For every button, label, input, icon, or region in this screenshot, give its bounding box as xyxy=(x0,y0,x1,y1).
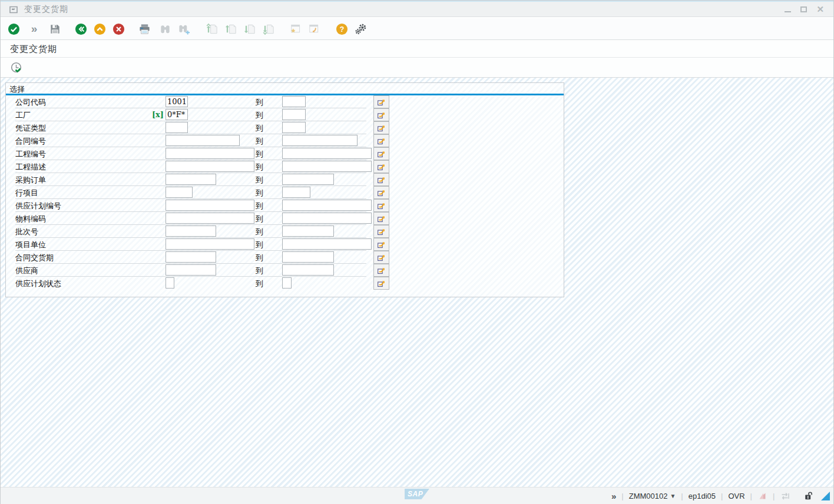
field-label: 供应商 xyxy=(15,266,38,276)
field-label: 采购订单 xyxy=(15,175,46,185)
from-input[interactable] xyxy=(166,96,188,107)
sap-gui-window: 变更交货期 ✕ » xyxy=(0,0,834,504)
to-input[interactable] xyxy=(282,109,306,120)
enter-check-icon[interactable] xyxy=(6,22,21,36)
execute-clock-check-icon[interactable] xyxy=(9,60,25,76)
to-input[interactable] xyxy=(282,277,292,289)
maximize-button[interactable] xyxy=(800,6,807,12)
selection-row: 工程描述 [x] 到 xyxy=(6,160,564,173)
system-name: ep1di05 xyxy=(689,492,716,500)
selection-row: 工厂 [x] 到 xyxy=(6,108,564,121)
field-label: 公司代码 xyxy=(15,97,46,108)
multiselect-button[interactable] xyxy=(373,264,389,277)
to-input[interactable] xyxy=(282,148,372,159)
favorites-star-icon xyxy=(287,22,302,36)
insert-overwrite-toggle[interactable]: OVR xyxy=(728,492,744,500)
multiselect-button[interactable] xyxy=(373,108,389,121)
security-lock-icon[interactable] xyxy=(803,491,813,501)
response-time-icon[interactable] xyxy=(757,491,767,501)
print-icon[interactable] xyxy=(137,22,151,36)
from-input[interactable] xyxy=(166,187,193,198)
groupbox-title: 选择 xyxy=(6,83,564,94)
to-input[interactable] xyxy=(282,226,334,237)
from-input[interactable] xyxy=(166,226,216,237)
find-icon xyxy=(158,22,172,36)
page-title: 变更交货期 xyxy=(1,41,833,58)
field-label: 工程编号 xyxy=(15,149,46,160)
selection-row: 供应商 [x] 到 xyxy=(6,264,564,277)
multiselect-button[interactable] xyxy=(373,199,389,212)
to-input[interactable] xyxy=(282,187,310,198)
transaction-selector[interactable]: ZMM00102 ▼ xyxy=(629,492,676,500)
svg-text:?: ? xyxy=(339,25,344,34)
to-input[interactable] xyxy=(282,174,334,185)
minimize-button[interactable] xyxy=(785,11,791,12)
back-icon[interactable] xyxy=(74,22,88,36)
multiselect-button[interactable] xyxy=(373,238,389,251)
from-input[interactable] xyxy=(166,213,254,224)
help-icon[interactable]: ? xyxy=(335,22,349,36)
to-input[interactable] xyxy=(282,213,372,224)
multiselect-button[interactable] xyxy=(373,147,389,160)
to-input[interactable] xyxy=(282,96,306,107)
from-input[interactable] xyxy=(166,264,216,276)
to-input[interactable] xyxy=(282,251,334,263)
window-titlebar: 变更交货期 ✕ xyxy=(1,1,833,17)
field-label: 合同编号 xyxy=(15,136,46,147)
customize-layout-icon[interactable] xyxy=(353,22,368,36)
field-label: 凭证类型 xyxy=(15,123,46,134)
to-input[interactable] xyxy=(282,200,372,211)
multiselect-button[interactable] xyxy=(373,160,389,173)
separator: | xyxy=(621,492,623,500)
to-label: 到 xyxy=(256,110,263,121)
selection-row: 合同编号 [x] 到 xyxy=(6,134,564,147)
multiselect-button[interactable] xyxy=(373,277,389,290)
exit-icon[interactable] xyxy=(92,22,107,36)
to-label: 到 xyxy=(256,149,263,160)
selection-row: 供应计划状态 [x] 到 xyxy=(6,277,564,290)
to-label: 到 xyxy=(256,240,263,250)
transaction-code: ZMM00102 xyxy=(629,492,668,500)
to-label: 到 xyxy=(256,162,263,173)
multiselect-button[interactable] xyxy=(373,121,389,134)
from-input[interactable] xyxy=(166,251,216,263)
multiselect-button[interactable] xyxy=(373,95,389,108)
main-toolbar: » xyxy=(1,18,833,40)
close-button[interactable]: ✕ xyxy=(816,6,824,12)
from-input[interactable] xyxy=(166,109,188,120)
separator xyxy=(795,492,797,500)
multiselect-button[interactable] xyxy=(373,173,389,186)
from-input[interactable] xyxy=(166,277,174,289)
cancel-icon[interactable] xyxy=(111,22,125,36)
multiselect-button[interactable] xyxy=(373,186,389,199)
save-icon[interactable] xyxy=(48,22,62,36)
multiselect-button[interactable] xyxy=(373,134,389,147)
find-next-icon xyxy=(177,22,191,36)
multiselect-button[interactable] xyxy=(373,225,389,238)
more-options-icon[interactable]: » xyxy=(27,22,41,36)
to-input[interactable] xyxy=(282,161,372,172)
next-page-icon xyxy=(243,22,257,36)
separator: | xyxy=(721,492,723,500)
to-input[interactable] xyxy=(282,122,306,133)
window-menu-icon[interactable] xyxy=(9,5,18,14)
from-input[interactable] xyxy=(166,200,254,211)
to-input[interactable] xyxy=(282,238,372,250)
statusbar-overflow-button[interactable]: » xyxy=(611,492,616,500)
resize-grip[interactable] xyxy=(821,492,830,500)
to-input[interactable] xyxy=(282,135,358,146)
from-input[interactable] xyxy=(166,161,254,172)
multiselect-button[interactable] xyxy=(373,212,389,225)
from-input[interactable] xyxy=(166,148,254,159)
field-label: 工程描述 xyxy=(15,162,46,173)
data-transfer-icon[interactable] xyxy=(780,491,790,501)
from-input[interactable] xyxy=(166,174,216,185)
sap-logo: SAP xyxy=(405,489,429,499)
chevron-down-icon: ▼ xyxy=(670,493,676,499)
multiselect-button[interactable] xyxy=(373,251,389,264)
from-input[interactable] xyxy=(166,238,254,250)
multiselect-active-icon: [x] xyxy=(150,110,164,119)
from-input[interactable] xyxy=(166,122,188,133)
to-input[interactable] xyxy=(282,264,334,276)
from-input[interactable] xyxy=(166,135,240,146)
